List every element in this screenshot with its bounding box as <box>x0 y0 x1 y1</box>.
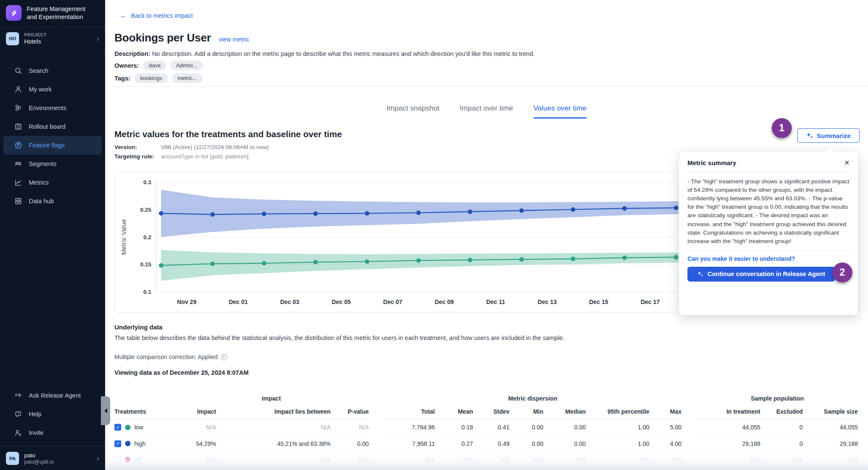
table-row-treatment-off: off <box>114 451 174 467</box>
confidence-band-high <box>161 190 728 237</box>
table-cell: N/A <box>803 451 858 467</box>
sidebar-item-data-hub[interactable]: Data hub <box>3 192 102 210</box>
data-point-low[interactable] <box>416 258 421 263</box>
flag-circle-icon <box>14 141 22 149</box>
view-metric-link[interactable]: view metric <box>219 36 250 43</box>
tab-impact-over-time[interactable]: Impact over time <box>460 104 513 119</box>
sidebar-divider <box>0 50 105 50</box>
user-avatar: PA <box>6 452 19 465</box>
table-cell: 0.18 <box>435 419 473 435</box>
sparkles-icon <box>697 271 704 277</box>
table-column-header: Total <box>384 404 435 419</box>
close-icon[interactable]: ✕ <box>844 159 850 167</box>
y-axis-label: Metric Value <box>120 219 127 254</box>
data-point-high[interactable] <box>262 212 267 216</box>
targeting-rule-value: accountType in list [gold, platinum] <box>161 153 248 160</box>
table-cell: N/A <box>331 451 369 467</box>
user-name: pato <box>24 452 54 459</box>
summarize-button[interactable]: Summarize <box>797 128 860 143</box>
table-cell: 54.29% <box>174 435 216 451</box>
data-point-low[interactable] <box>468 258 473 263</box>
sidebar-item-my-work[interactable]: My work <box>3 80 102 99</box>
data-point-high[interactable] <box>210 212 215 217</box>
data-point-high[interactable] <box>519 208 524 213</box>
table-cell: N/A <box>543 451 586 467</box>
data-point-low[interactable] <box>571 257 576 261</box>
easier-to-understand-link[interactable]: Can you make it easier to understand? <box>687 256 850 262</box>
owners-label: Owners: <box>114 62 139 69</box>
chart-icon <box>14 179 22 186</box>
table-column-header: Excluded <box>760 404 803 419</box>
sidebar-item-segments[interactable]: Segments <box>3 155 102 173</box>
data-point-low[interactable] <box>622 255 627 260</box>
data-point-low[interactable] <box>262 261 267 265</box>
table-cell: 1.00 <box>586 419 649 435</box>
data-point-high[interactable] <box>571 207 576 212</box>
table-cell: N/A <box>331 419 369 435</box>
sidebar-item-invite[interactable]: Invite <box>3 423 102 442</box>
treatment-checkbox[interactable]: ✓ <box>114 440 121 447</box>
info-icon[interactable]: i <box>221 354 227 360</box>
hexagons-icon <box>14 104 22 112</box>
data-point-high[interactable] <box>468 210 473 214</box>
x-tick-label: Dec 15 <box>589 299 608 305</box>
sidebar-item-feature-flags[interactable]: Feature flags <box>3 136 102 155</box>
tab-impact-snapshot[interactable]: Impact snapshot <box>387 104 440 119</box>
sidebar-item-ask-release-agent[interactable]: Ask Release Agent <box>3 386 102 405</box>
sidebar-item-search[interactable]: Search <box>3 61 102 80</box>
user-menu[interactable]: PA pato pato@split.io › <box>0 446 105 470</box>
treatment-checkbox[interactable] <box>114 456 121 463</box>
data-point-high[interactable] <box>674 206 679 210</box>
title-row: Bookings per User view metric <box>114 31 249 44</box>
data-point-high[interactable] <box>622 206 627 211</box>
sidebar-nav: Search My work Environments Rollout boar… <box>0 61 105 210</box>
table-cell: N/A <box>509 451 543 467</box>
table-cell: N/A <box>473 451 509 467</box>
sidebar-collapse-handle[interactable] <box>101 396 110 425</box>
treatment-color-dot <box>125 457 131 462</box>
popup-divider <box>687 251 850 251</box>
back-link[interactable]: ← Back to metrics impact <box>120 11 193 20</box>
data-point-low[interactable] <box>210 262 215 266</box>
data-point-low[interactable] <box>313 260 318 265</box>
project-selector[interactable]: HO PROJECT Hotels › <box>0 28 105 50</box>
underlying-data-table: ImpactMetric dispersionSample population… <box>114 393 859 467</box>
data-point-low[interactable] <box>519 257 524 262</box>
data-point-high[interactable] <box>313 211 318 216</box>
targeting-rule-label: Targeting rule: <box>114 153 161 160</box>
tab-values-over-time[interactable]: Values over time <box>534 104 587 119</box>
x-tick-label: Dec 11 <box>486 299 505 305</box>
data-point-low[interactable] <box>674 255 679 260</box>
data-point-low[interactable] <box>365 259 370 264</box>
table-column-header: 95th percentile <box>586 404 649 419</box>
data-point-high[interactable] <box>365 211 370 216</box>
sidebar-item-environments[interactable]: Environments <box>3 99 102 117</box>
data-point-low[interactable] <box>159 263 164 268</box>
table-group-header: Sample population <box>697 393 858 404</box>
treatment-label: off <box>134 456 141 463</box>
product-logo-row[interactable]: Feature Management and Experimentation <box>0 0 105 27</box>
treatment-checkbox[interactable]: ✓ <box>114 424 121 431</box>
owner-chip: Admini... <box>170 61 203 70</box>
y-tick-label: 0.25 <box>140 207 152 213</box>
table-cell: N/A <box>697 451 760 467</box>
sidebar-item-metrics[interactable]: Metrics <box>3 173 102 192</box>
x-tick-label: Dec 07 <box>383 299 402 305</box>
sidebar-item-help[interactable]: ? Help <box>3 405 102 423</box>
sparkles-icon <box>806 132 813 139</box>
project-label: PROJECT <box>24 33 47 37</box>
table-cell: 0.00 <box>543 435 586 451</box>
data-point-high[interactable] <box>416 210 421 215</box>
people-icon <box>14 160 22 168</box>
treatment-color-dot <box>125 441 131 446</box>
continue-conversation-button[interactable]: Continue conversation in Release Agent <box>687 267 835 282</box>
table-cell: N/A <box>435 451 473 467</box>
table-row-treatment-high: ✓high <box>114 435 174 451</box>
table-cell: 44,055 <box>803 419 858 435</box>
person-icon <box>14 86 22 93</box>
x-tick-label: Dec 05 <box>331 299 351 305</box>
data-point-high[interactable] <box>159 211 164 216</box>
sidebar-item-rollout-board[interactable]: Rollout board <box>3 117 102 136</box>
table-cell: N/A <box>649 451 682 467</box>
split-logo-icon <box>6 5 22 21</box>
